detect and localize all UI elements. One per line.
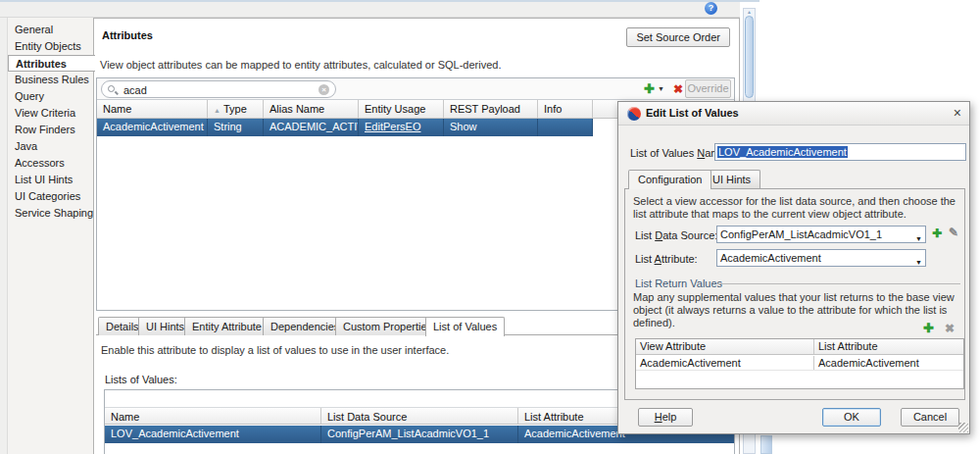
label-part: List [635, 253, 655, 265]
selected-option: ConfigPerAM_ListAcadmicVO1_1 [720, 228, 882, 240]
list-data-source-label: List Data Source: [635, 229, 717, 241]
clear-search-icon[interactable]: × [318, 84, 329, 95]
cell-view-attribute: AcademicActivement [636, 356, 814, 370]
cell-lov-name: LOV_AcademicActivement [105, 426, 321, 443]
lov-tab-description: Enable this attribute to display a list … [101, 344, 449, 356]
list-return-values-title: List Return Values [635, 277, 722, 289]
dialog-title: Edit List of Values [646, 107, 739, 119]
label-mnemonic: A [655, 253, 662, 265]
dialog-tab-configuration[interactable]: Configuration [628, 170, 711, 189]
dialog-titlebar[interactable]: Edit List of Values × [618, 102, 969, 126]
sidebar-item-row-finders[interactable]: Row Finders [8, 122, 94, 138]
jdeveloper-dialog-icon [627, 107, 641, 121]
sidebar-item-general[interactable]: General [8, 22, 94, 38]
scroll-up-icon[interactable]: ▲ [745, 10, 754, 15]
app-window: ? General Entity Objects Attributes Busi… [0, 0, 980, 454]
column-header-rest-payload[interactable]: REST Payload [444, 100, 538, 118]
column-header-list-attribute[interactable]: List Attribute [814, 339, 963, 354]
lists-of-values-label: Lists of Values: [105, 374, 177, 385]
sidebar-item-service-shaping[interactable]: Service Shaping [8, 205, 94, 222]
lov-name-input[interactable]: LOV_AcademicActivement [714, 143, 966, 161]
cell-info [538, 119, 593, 136]
search-input[interactable]: acad × [101, 80, 336, 98]
cell-alias-name: ACADEMIC_ACTIVE... [264, 119, 359, 136]
chevron-down-icon: ▼ [915, 231, 922, 243]
sidebar-item-list-ui-hints[interactable]: List UI Hints [8, 172, 94, 188]
return-values-header: View Attribute List Attribute [636, 339, 963, 355]
sidebar-item-ui-categories[interactable]: UI Categories [8, 188, 94, 205]
sidebar-item-view-criteria[interactable]: View Criteria [8, 105, 94, 122]
label-mnemonic: H [655, 411, 662, 423]
column-header-alias-name[interactable]: Alias Name [264, 100, 359, 118]
entity-usage-link[interactable]: EditPersEO [365, 121, 420, 132]
close-icon[interactable]: × [954, 105, 961, 121]
cell-type: String [208, 119, 264, 136]
resize-grip[interactable] [958, 423, 968, 432]
add-return-value-icon[interactable]: ✚ [923, 321, 934, 335]
remove-return-value-icon[interactable]: ✖ [945, 322, 955, 335]
edit-pencil-icon[interactable]: ✎ [949, 226, 958, 239]
selected-option: AcademicActivement [720, 252, 821, 264]
tab-entity-attribute[interactable]: Entity Attribute [184, 317, 270, 335]
column-header-name[interactable]: Name [97, 100, 208, 118]
column-header-info[interactable]: Info [538, 100, 593, 118]
column-header-list-data-source[interactable]: List Data Source [321, 408, 518, 424]
add-accessor-icon[interactable]: ✚ [932, 227, 942, 240]
scrollbar-fragment [760, 435, 772, 454]
search-icon [108, 85, 115, 92]
label-part: ata Source: [662, 229, 717, 241]
configuration-tab-panel: Select a view accessor for the list data… [624, 188, 965, 400]
return-values-description: Map any supplemental values that your li… [633, 291, 960, 329]
table-search-toolbar: acad × ✚ ▼ ✖ Override [97, 78, 734, 100]
sidebar-item-business-rules[interactable]: Business Rules [8, 72, 94, 88]
sidebar-item-attributes[interactable]: Attributes [8, 55, 95, 72]
label-part: List [635, 229, 655, 241]
cancel-button[interactable]: Cancel [901, 408, 959, 427]
add-attribute-icon[interactable]: ✚ [644, 81, 655, 96]
return-values-table: View Attribute List Attribute AcademicAc… [635, 338, 964, 389]
sidebar-item-entity-objects[interactable]: Entity Objects [8, 38, 94, 55]
page-title: Attributes [102, 29, 153, 41]
override-button[interactable]: Override [685, 79, 731, 98]
column-header-type[interactable]: ▲Type [208, 100, 264, 118]
help-icon[interactable]: ? [705, 2, 717, 15]
sidebar-item-java[interactable]: Java [8, 138, 94, 155]
sidebar-item-query[interactable]: Query [8, 88, 94, 105]
cell-lov-data-source: ConfigPerAM_ListAcadmicVO1_1 [321, 426, 518, 443]
cell-rest-payload: Show [444, 119, 538, 136]
page-description: View object attributes can be mapped to … [100, 59, 501, 71]
tab-list-of-values[interactable]: List of Values [425, 317, 505, 336]
section-divider [718, 283, 960, 284]
sort-ascending-icon: ▲ [214, 107, 220, 114]
column-header-entity-usage[interactable]: Entity Usage [359, 100, 444, 118]
help-button[interactable]: Help [638, 408, 693, 427]
return-values-actions: ✚ ✖ [923, 321, 955, 335]
sidebar-item-accessors[interactable]: Accessors [8, 155, 94, 172]
delete-attribute-icon[interactable]: ✖ [673, 82, 683, 96]
column-header-view-attribute[interactable]: View Attribute [636, 339, 814, 354]
edit-list-of-values-dialog: Edit List of Values × List of Values Nam… [617, 101, 970, 434]
list-attribute-select[interactable]: AcademicActivement▼ [716, 249, 926, 267]
chevron-down-icon: ▼ [915, 255, 922, 267]
label-part: elp [662, 411, 677, 423]
label-part: ttribute: [662, 253, 698, 265]
cell-entity-usage: EditPersEO [359, 119, 444, 136]
search-value: acad [123, 83, 147, 97]
return-values-row[interactable]: AcademicActivement AcademicActivement [636, 356, 963, 371]
list-data-source-select[interactable]: ConfigPerAM_ListAcadmicVO1_1▼ [716, 226, 926, 243]
cell-list-attribute: AcademicActivement [814, 356, 963, 370]
set-source-order-button[interactable]: Set Source Order [626, 27, 730, 47]
label-part: List of Values [630, 147, 697, 159]
configuration-description: Select a view accessor for the list data… [633, 195, 960, 221]
table-row-selected[interactable]: AcademicActivement String ACADEMIC_ACTIV… [97, 119, 593, 136]
left-gutter [0, 18, 8, 454]
add-dropdown-icon[interactable]: ▼ [658, 85, 664, 92]
label-mnemonic: D [655, 229, 662, 241]
list-attribute-label: List Attribute: [635, 253, 698, 265]
selected-text: LOV_AcademicActivement [717, 146, 848, 158]
ok-button[interactable]: OK [822, 408, 881, 427]
table-actions: ✚ ▼ ✖ [644, 80, 683, 98]
editor-header-strip [0, 2, 740, 18]
column-header-lov-name[interactable]: Name [105, 408, 321, 424]
scrollbar-thumb[interactable] [745, 16, 754, 98]
